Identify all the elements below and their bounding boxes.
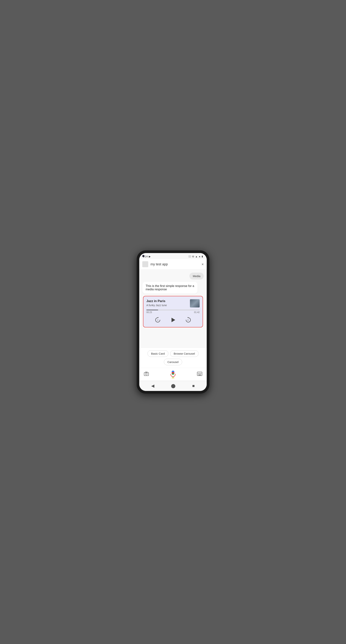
svg-text:10: 10 bbox=[157, 319, 158, 321]
wifi-icon: ▲ bbox=[195, 255, 198, 258]
media-info: Jazz in Paris A funky Jazz tune bbox=[146, 299, 190, 307]
svg-marker-1 bbox=[172, 318, 175, 322]
suggestions-area: Basic Card Browse Carousel Carousel bbox=[139, 348, 207, 368]
play-button[interactable] bbox=[169, 316, 177, 324]
svg-rect-16 bbox=[201, 373, 201, 374]
close-button[interactable]: × bbox=[202, 262, 204, 266]
rewind-10-button[interactable]: 10 bbox=[154, 316, 162, 324]
keyboard-icon[interactable] bbox=[197, 372, 202, 377]
svg-rect-14 bbox=[199, 373, 199, 374]
svg-rect-10 bbox=[172, 372, 174, 374]
back-button[interactable]: ◀ bbox=[151, 384, 154, 388]
media-player-card: Jazz in Paris A funky Jazz tune 00:23 01… bbox=[143, 296, 203, 328]
progress-fill bbox=[146, 310, 158, 310]
bot-bubble: This is the first simple response for a … bbox=[142, 282, 198, 294]
total-time: 01:42 bbox=[194, 311, 200, 314]
svg-rect-19 bbox=[200, 374, 200, 374]
dnd-icon: ⊖ bbox=[192, 255, 194, 258]
user-bubble: Media bbox=[189, 272, 204, 280]
svg-rect-20 bbox=[201, 374, 201, 374]
progress-track[interactable] bbox=[146, 310, 200, 310]
camera-dot bbox=[142, 255, 144, 257]
chip-basic-card[interactable]: Basic Card bbox=[147, 350, 168, 357]
recents-button[interactable]: ■ bbox=[192, 384, 195, 388]
app-header: my test app × bbox=[139, 259, 207, 270]
battery-icon: ▮ bbox=[202, 255, 203, 258]
media-controls: 10 30 bbox=[146, 316, 200, 324]
current-time: 00:23 bbox=[146, 311, 152, 314]
svg-point-4 bbox=[145, 373, 147, 375]
chat-spacer bbox=[142, 330, 204, 344]
phone-screen: 2:24 ▶ ⌷⌷ ⊖ ▲ ▲ ▮ my test app × Media bbox=[139, 253, 207, 391]
svg-rect-9 bbox=[172, 371, 174, 372]
play-icon: ▶ bbox=[149, 255, 151, 258]
media-subtitle: A funky Jazz tune bbox=[146, 304, 190, 307]
svg-text:30: 30 bbox=[187, 319, 189, 321]
svg-rect-17 bbox=[198, 374, 199, 374]
media-card-header: Jazz in Paris A funky Jazz tune bbox=[146, 299, 200, 308]
progress-container: 00:23 01:42 bbox=[146, 310, 200, 314]
media-title: Jazz in Paris bbox=[146, 299, 190, 303]
nav-bar: ◀ ⬤ ■ bbox=[139, 381, 207, 391]
status-right: ⌷⌷ ⊖ ▲ ▲ ▮ bbox=[188, 255, 203, 258]
phone-frame: 2:24 ▶ ⌷⌷ ⊖ ▲ ▲ ▮ my test app × Media bbox=[137, 250, 209, 394]
mic-button[interactable] bbox=[169, 370, 177, 378]
chat-area: Media This is the first simple response … bbox=[139, 270, 207, 348]
time-row: 00:23 01:42 bbox=[146, 311, 200, 314]
app-title: my test app bbox=[150, 262, 199, 266]
home-button[interactable]: ⬤ bbox=[171, 384, 176, 388]
svg-rect-13 bbox=[198, 373, 199, 374]
svg-rect-18 bbox=[199, 374, 199, 374]
skip-30-button[interactable]: 30 bbox=[184, 316, 192, 324]
svg-rect-5 bbox=[145, 372, 147, 373]
camera-input-icon[interactable] bbox=[144, 371, 149, 378]
status-bar: 2:24 ▶ ⌷⌷ ⊖ ▲ ▲ ▮ bbox=[139, 253, 207, 259]
chip-carousel[interactable]: Carousel bbox=[164, 359, 182, 365]
signal-icon: ▲ bbox=[199, 255, 201, 258]
svg-rect-15 bbox=[200, 373, 200, 374]
svg-rect-11 bbox=[172, 374, 174, 375]
app-icon bbox=[142, 261, 148, 267]
svg-rect-21 bbox=[198, 375, 201, 375]
bottom-bar bbox=[139, 368, 207, 381]
media-thumbnail bbox=[190, 299, 200, 308]
chip-browse-carousel[interactable]: Browse Carousel bbox=[170, 350, 199, 357]
media-thumbnail-image bbox=[190, 299, 200, 308]
vibrate-icon: ⌷⌷ bbox=[188, 255, 191, 258]
